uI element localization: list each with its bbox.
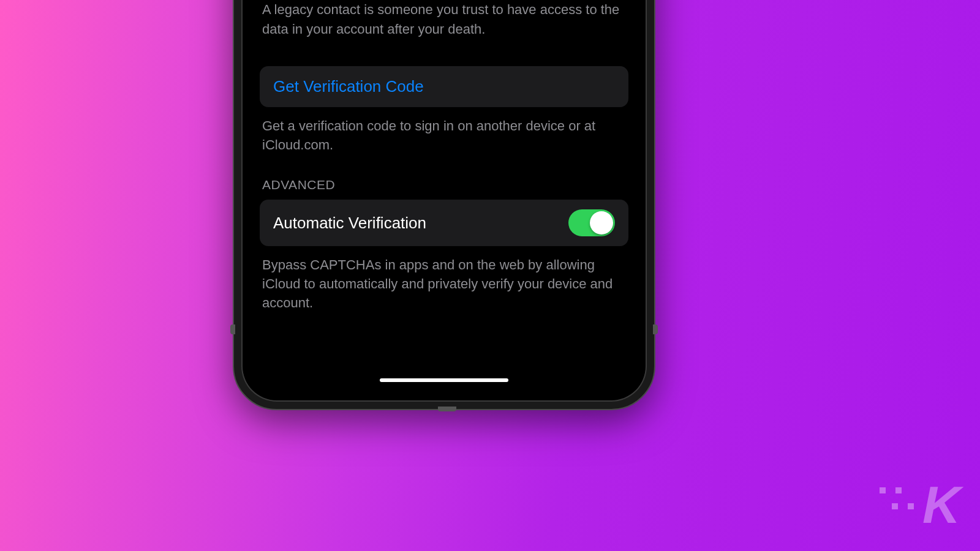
verification-code-description: Get a verification code to sign in on an…	[260, 117, 628, 155]
automatic-verification-label: Automatic Verification	[273, 214, 426, 233]
home-indicator[interactable]	[380, 378, 508, 382]
legacy-contact-description: A legacy contact is someone you trust to…	[260, 0, 628, 39]
watermark-logo: K	[922, 474, 957, 535]
phone-antenna-right	[653, 324, 658, 334]
phone-antenna-left	[230, 324, 235, 334]
settings-screen: A legacy contact is someone you trust to…	[245, 0, 643, 391]
automatic-verification-toggle[interactable]	[568, 209, 615, 236]
phone-antenna-bottom	[438, 407, 456, 411]
toggle-knob	[590, 211, 613, 234]
watermark-dots	[880, 487, 902, 493]
advanced-section-header: ADVANCED	[260, 178, 628, 200]
get-verification-code-button[interactable]: Get Verification Code	[260, 66, 628, 107]
phone-frame: A legacy contact is someone you trust to…	[233, 0, 655, 410]
watermark-dots	[892, 503, 914, 509]
get-verification-code-label: Get Verification Code	[273, 77, 424, 96]
automatic-verification-row: Automatic Verification	[260, 200, 628, 246]
automatic-verification-description: Bypass CAPTCHAs in apps and on the web b…	[260, 256, 628, 312]
